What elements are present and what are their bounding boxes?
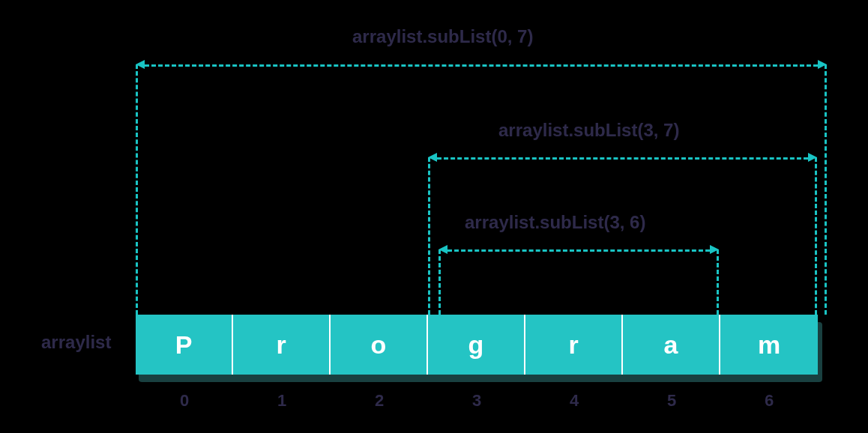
- array-cell: m: [720, 315, 818, 375]
- array-cell: o: [331, 315, 428, 375]
- array-cell: P: [136, 315, 233, 375]
- vline: [428, 157, 430, 315]
- index-row: 0 1 2 3 4 5 6: [136, 391, 818, 411]
- sublist-label-2: arraylist.subList(3, 7): [498, 120, 679, 141]
- array-index: 2: [331, 391, 428, 411]
- vline: [438, 249, 441, 315]
- array-box: P r o g r a m: [136, 315, 818, 375]
- sublist-label-1: arraylist.subList(0, 7): [352, 26, 533, 47]
- array-index: 6: [720, 391, 818, 411]
- array-index: 0: [136, 391, 233, 411]
- vline: [815, 157, 817, 315]
- array-index: 3: [428, 391, 525, 411]
- arraylist-label: arraylist: [41, 332, 111, 353]
- array-index: 5: [623, 391, 720, 411]
- range-arrow-2: [437, 157, 808, 160]
- array-cell: g: [428, 315, 525, 375]
- array-cell: r: [233, 315, 331, 375]
- array-index: 1: [233, 391, 331, 411]
- vline: [717, 249, 719, 315]
- vline: [825, 64, 827, 315]
- range-arrow-1: [145, 64, 818, 67]
- array-index: 4: [525, 391, 623, 411]
- vline: [136, 64, 138, 315]
- array-cell: a: [623, 315, 720, 375]
- array-cell: r: [525, 315, 623, 375]
- range-arrow-3: [447, 249, 710, 252]
- sublist-label-3: arraylist.subList(3, 6): [465, 212, 645, 233]
- diagram-container: arraylist.subList(0, 7) arraylist.subLis…: [0, 0, 868, 433]
